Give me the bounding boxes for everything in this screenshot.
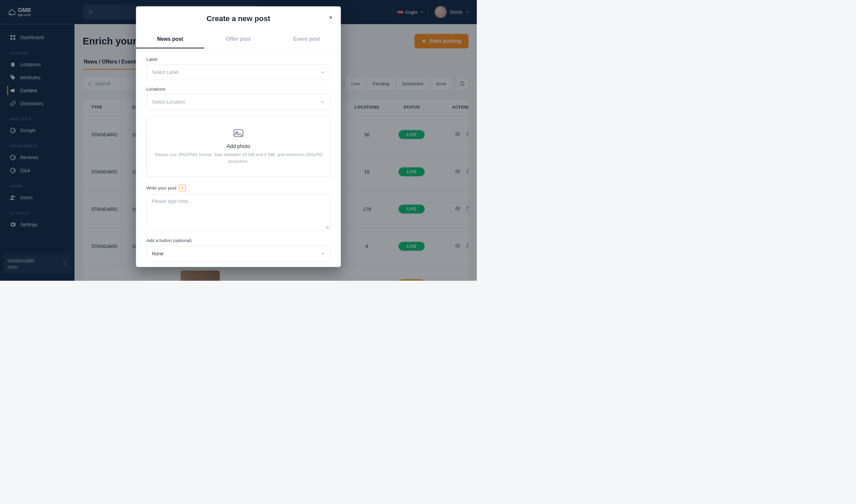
label-select-placeholder: Select Label: [152, 69, 179, 75]
chevron-down-icon: [321, 70, 325, 74]
tab-offer-post[interactable]: Offer post: [204, 31, 272, 48]
close-button[interactable]: [327, 14, 334, 21]
photo-dropzone[interactable]: Add photo Please use JPG/PNG format, Siz…: [146, 116, 331, 178]
modal-title: Create a new post: [207, 14, 270, 23]
dropzone-title: Add photo: [155, 143, 322, 149]
button-select-value: None: [152, 251, 164, 256]
chevron-down-icon: [321, 100, 325, 104]
close-icon: [328, 15, 333, 20]
dropzone-hint: Please use JPG/PNG format, Size between …: [155, 151, 322, 165]
create-post-modal: Create a new post News post Offer post E…: [136, 6, 341, 267]
add-variant-button[interactable]: +: [179, 185, 185, 192]
locations-field-label: Locations: [146, 86, 331, 92]
chevron-down-icon: [321, 252, 325, 256]
write-post-label: Write your post: [146, 185, 177, 191]
button-select[interactable]: None: [146, 246, 331, 262]
post-textarea-placeholder: Please type here...: [151, 199, 192, 204]
label-select[interactable]: Select Label: [146, 65, 331, 80]
label-field-label: Label: [146, 56, 331, 62]
locations-select[interactable]: Select Location: [146, 94, 331, 110]
image-icon: [232, 127, 245, 139]
tab-news-post[interactable]: News post: [136, 31, 204, 48]
button-field-label: Add a button (optional): [146, 238, 331, 243]
tab-event-post[interactable]: Event post: [272, 31, 341, 48]
locations-select-placeholder: Select Location: [152, 99, 185, 105]
post-textarea[interactable]: Please type here...: [146, 194, 331, 230]
